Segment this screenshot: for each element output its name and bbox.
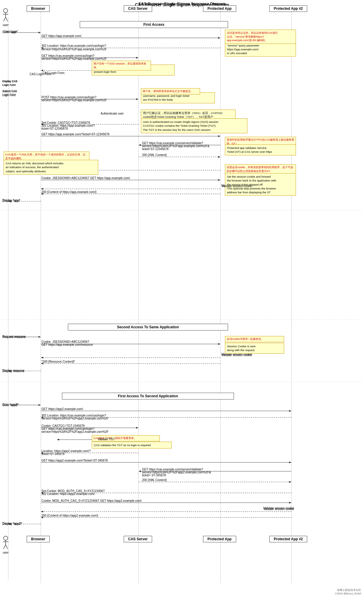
browser-footer: Browser [27, 536, 50, 542]
svg-text:ticket=ST-12345678: ticket=ST-12345678 [41, 127, 68, 130]
svg-text:302 Location: https://cas.exam: 302 Location: https://cas.example.com/ca… [41, 44, 106, 47]
svg-text:*200 [Resource Content]*: *200 [Resource Content]* [41, 360, 75, 363]
note-second-access-en: Session Cookie is sentalong with the req… [225, 343, 284, 354]
svg-text:GET https://cas.example.com/se: GET https://cas.example.com/serviceValid… [142, 142, 203, 145]
svg-marker-41 [218, 135, 220, 137]
svg-text:service=https%3A%2F%2Fapp2.exa: service=https%3A%2F%2Fapp2.example.com%2… [41, 417, 109, 420]
svg-line-144 [6, 17, 8, 21]
svg-text:200 [Content of https://app.ex: 200 [Content of https://app.example.com/… [41, 190, 96, 194]
svg-text:Location: https://app2.example: Location: https://app2.example.com/? [41, 449, 91, 453]
authenticate-user-label: Authenticate user [101, 112, 124, 115]
svg-text:GET https://cas.example.com/se: GET https://cas.example.com/serviceValid… [142, 468, 203, 471]
app1-footer: Protected App [203, 536, 236, 542]
note-session-cookie-cn: 设置会话cookie，并将浏览器带回到应用程序，这个可选的步骤可以防止浏览器地址… [225, 164, 296, 174]
svg-text:service=https%3A%2F%2Fapp.exam: service=https%3A%2F%2Fapp.example.com%2F… [142, 144, 210, 148]
cas-login-form-label: CAS Login Form [30, 73, 51, 76]
page-title: CAS Browser Single-Signon Sequence Diagr… [0, 1, 364, 6]
svg-rect-67 [68, 324, 228, 330]
app2-header: Protected App #2 [269, 5, 307, 12]
svg-text:GET https://app.example.com/: GET https://app.example.com/ [41, 34, 81, 38]
validate-session-label: Validate session cookie [221, 184, 252, 188]
svg-text:GET https://cas.example.com/ca: GET https://cas.example.com/cas/login? [41, 427, 94, 430]
note-validate-tgt-en: CAS validates the TGT so no login is req… [92, 442, 172, 448]
svg-marker-30 [136, 98, 138, 100]
svg-text:GET https://app.example.com/re: GET https://app.example.com/resource [41, 343, 93, 346]
svg-marker-94 [41, 417, 43, 418]
svg-marker-22 [41, 70, 43, 71]
svg-line-143 [4, 17, 6, 21]
svg-line-148 [4, 545, 6, 549]
svg-marker-60 [41, 188, 43, 190]
svg-text:Cookie: MOD_AUTH_CAS_S=XYZ1234: Cookie: MOD_AUTH_CAS_S=XYZ1234567 GET ht… [41, 499, 142, 502]
note-cas-xml-en: CAS returns an XML document which includ… [4, 160, 98, 175]
svg-text:service=https%3A%2F%2Fapp.exam: service=https%3A%2F%2Fapp.example.com%2F [41, 57, 107, 60]
svg-text:service=https%3A%2F%2Fapp.exam: service=https%3A%2F%2Fapp.example.com%2F [41, 48, 107, 51]
svg-text:200 [XML Content]: 200 [XML Content] [142, 478, 167, 482]
diagram-container: CAS Browser Single-Signon Sequence Diagr… [0, 0, 364, 598]
svg-marker-14 [41, 47, 43, 49]
svg-marker-56 [218, 179, 220, 181]
svg-marker-80 [41, 363, 43, 364]
validate-tgt-label: Validate TGT [98, 438, 115, 441]
user-actor-top: user [2, 8, 9, 27]
svg-marker-98 [136, 427, 138, 429]
validate-session-2-label: Validate session cookie [221, 353, 252, 357]
validate-session-3-label: Validate session cookie [263, 507, 294, 511]
svg-marker-44 [138, 144, 141, 146]
footer-credit: @稀土掘金技术社区CSDN @Bruce_Eckel [335, 588, 361, 595]
svg-text:200 [Content of https://app2.e: 200 [Content of https://app2.example.com… [41, 514, 98, 517]
svg-marker-114 [138, 470, 141, 472]
svg-marker-11 [218, 37, 220, 39]
svg-text:GET https://app2.example.com/: GET https://app2.example.com/ [41, 407, 83, 411]
svg-marker-71 [38, 336, 41, 338]
svg-text:Cookie: JSESSIONID=ABC1234567 : Cookie: JSESSIONID=ABC1234567 GET https:… [41, 176, 130, 180]
svg-text:Second Access To Same Applicat: Second Access To Same Application [117, 325, 179, 329]
svg-text:ticket=ST-345678: ticket=ST-345678 [41, 452, 65, 456]
svg-text:302 Location: https://cas.exam: 302 Location: https://cas.example.com/ca… [41, 414, 106, 417]
svg-text:Set-Cookie: MOD_AUTH_CAS_S=XYZ: Set-Cookie: MOD_AUTH_CAS_S=XYZ1234567 [41, 489, 105, 493]
app1-header: Protected App [203, 5, 236, 12]
svg-marker-73 [218, 343, 220, 345]
svg-marker-105 [57, 439, 59, 441]
svg-text:200 [XML Content]: 200 [XML Content] [142, 153, 167, 157]
cas-footer: CAS Server [124, 536, 152, 542]
svg-rect-85 [62, 393, 234, 399]
note-sso-session: User is authenticated so create Single-s… [141, 118, 247, 133]
svg-text:GET https://cas.example.com/ca: GET https://cas.example.com/cas/login? [41, 54, 94, 57]
svg-marker-18 [136, 57, 138, 59]
submit-cas-login-label: Submit CASLogin Form [2, 90, 17, 97]
svg-text:302 Location: https://app.exam: 302 Location: https://app.example.com/? [41, 124, 95, 127]
note-chinese-1: 访问是未经认证的，所以以转发到CAS进行认证。"service"查询参数http… [225, 30, 296, 44]
svg-text:First Access To Second Applica: First Access To Second Application [118, 394, 178, 398]
user-actor-bottom: user [2, 536, 9, 554]
display-app2-label: Display *app2* [2, 522, 22, 525]
note-second-access-cn: 会话cookie与请求一起被发送。 [225, 336, 284, 342]
svg-text:ticket= ST-345678: ticket= ST-345678 [142, 474, 166, 477]
note-chinese-creds: 用户名、密码和登录表单在正文中被提交。 [141, 88, 200, 94]
note-validate-st-en: Protected app validates ServiceTicket (S… [225, 144, 296, 155]
svg-marker-49 [218, 156, 220, 158]
app2-footer: Protected App #2 [269, 536, 307, 542]
svg-text:service=https%3A%2F%2Fapp.exam: service=https%3A%2F%2Fapp.example.com%2F [41, 99, 107, 102]
svg-marker-132 [41, 517, 43, 518]
svg-marker-78 [41, 357, 43, 359]
request-resource-label: Request resource [2, 335, 26, 339]
svg-marker-107 [41, 452, 43, 454]
display-app-label: Display *app* [2, 199, 20, 202]
note-chinese-no-sso: 用户没有一个SSO session，所以显现登录表单。 [92, 61, 151, 70]
cas-header: CAS Server [124, 5, 152, 12]
svg-marker-119 [289, 481, 291, 483]
svg-marker-111 [289, 462, 291, 463]
svg-text:Cookie: CASTGC=TGT-2345678: Cookie: CASTGC=TGT-2345678 [41, 424, 85, 427]
svg-point-145 [4, 536, 8, 540]
svg-marker-130 [41, 511, 43, 512]
svg-marker-9 [38, 32, 41, 33]
goto-app2-label: Goto *app2* [2, 404, 19, 407]
svg-text:First Access: First Access [144, 22, 165, 27]
svg-marker-36 [41, 123, 43, 125]
svg-rect-5 [80, 21, 228, 28]
svg-text:service=https%3A%2F%2Fapp2.exa: service=https%3A%2F%2Fapp2.example.com%2… [142, 471, 211, 474]
svg-text:GET https://app2.example.com/?: GET https://app2.example.com/?ticket=ST-… [41, 459, 108, 462]
svg-marker-91 [289, 410, 291, 412]
browser-header: Browser [27, 5, 50, 12]
